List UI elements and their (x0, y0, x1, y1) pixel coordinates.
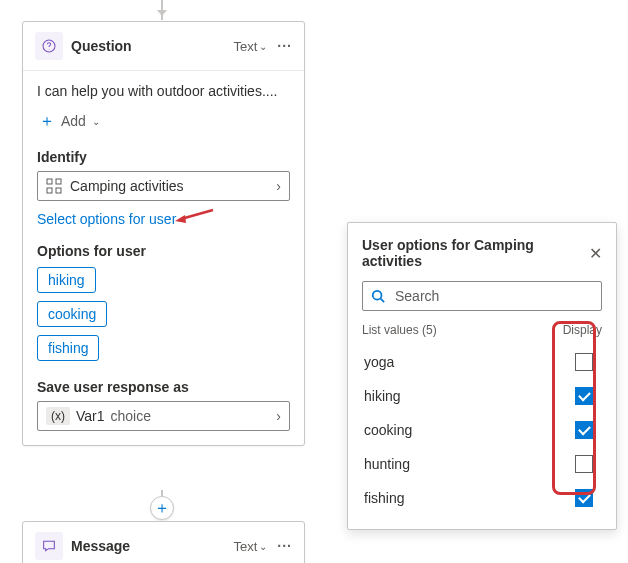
question-body: I can help you with outdoor activities..… (23, 71, 304, 445)
entity-icon (46, 178, 62, 194)
message-icon (35, 532, 63, 560)
more-menu[interactable]: ··· (277, 38, 292, 54)
list-item: hunting (362, 447, 602, 481)
question-card-header: Question Text ⌄ ··· (23, 22, 304, 71)
variable-type: choice (111, 408, 151, 424)
message-type-label: Text (233, 539, 257, 554)
identify-section-label: Identify (37, 149, 290, 165)
svg-rect-2 (47, 179, 52, 184)
option-chip[interactable]: fishing (37, 335, 99, 361)
message-type-dropdown[interactable]: Text ⌄ (233, 539, 267, 554)
chevron-right-icon: › (276, 178, 281, 194)
option-chips: hiking cooking fishing (37, 267, 290, 361)
list-header: List values (5) Display (362, 323, 602, 337)
identify-value: Camping activities (70, 178, 276, 194)
display-checkbox[interactable] (575, 489, 593, 507)
list-item: cooking (362, 413, 602, 447)
add-label: Add (61, 113, 86, 129)
display-checkbox[interactable] (575, 421, 593, 439)
list-item: hiking (362, 379, 602, 413)
display-checkbox[interactable] (575, 387, 593, 405)
search-input-wrapper[interactable] (362, 281, 602, 311)
question-icon (35, 32, 63, 60)
plus-icon: ＋ (39, 113, 55, 129)
list-item: yoga (362, 345, 602, 379)
close-button[interactable]: ✕ (589, 244, 602, 263)
chevron-down-icon: ⌄ (259, 41, 267, 52)
display-checkbox[interactable] (575, 455, 593, 473)
question-type-label: Text (233, 39, 257, 54)
question-type-dropdown[interactable]: Text ⌄ (233, 39, 267, 54)
chevron-right-icon: › (276, 408, 281, 424)
list-item-label: yoga (364, 354, 575, 370)
list-item: fishing (362, 481, 602, 515)
panel-header: User options for Camping activities ✕ (362, 237, 602, 269)
select-options-link[interactable]: Select options for user (37, 211, 290, 227)
variable-icon: (x) (46, 407, 70, 425)
variable-name: Var1 (76, 408, 105, 424)
svg-rect-4 (47, 188, 52, 193)
save-response-label: Save user response as (37, 379, 290, 395)
svg-point-1 (49, 49, 50, 50)
more-menu[interactable]: ··· (277, 538, 292, 554)
chevron-down-icon: ⌄ (92, 116, 100, 127)
display-checkbox[interactable] (575, 353, 593, 371)
list-item-label: fishing (364, 490, 575, 506)
question-description: I can help you with outdoor activities..… (37, 83, 290, 99)
identify-select[interactable]: Camping activities › (37, 171, 290, 201)
add-node-button[interactable]: ＋ (150, 496, 174, 520)
question-card: Question Text ⌄ ··· I can help you with … (22, 21, 305, 446)
chevron-down-icon: ⌄ (259, 541, 267, 552)
options-section-label: Options for user (37, 243, 290, 259)
svg-point-8 (373, 291, 382, 300)
list-count: List values (5) (362, 323, 563, 337)
message-title: Message (71, 538, 233, 554)
search-input[interactable] (393, 287, 593, 305)
question-title: Question (71, 38, 233, 54)
user-options-panel: User options for Camping activities ✕ Li… (347, 222, 617, 530)
display-header: Display (563, 323, 602, 337)
svg-line-9 (381, 299, 385, 303)
svg-rect-3 (56, 179, 61, 184)
add-button[interactable]: ＋ Add ⌄ (37, 109, 102, 133)
svg-rect-5 (56, 188, 61, 193)
message-card: Message Text ⌄ ··· (22, 521, 305, 563)
option-chip[interactable]: cooking (37, 301, 107, 327)
option-chip[interactable]: hiking (37, 267, 96, 293)
variable-select[interactable]: (x) Var1 choice › (37, 401, 290, 431)
list-item-label: cooking (364, 422, 575, 438)
connector-top (161, 0, 163, 20)
list-item-label: hunting (364, 456, 575, 472)
panel-title: User options for Camping activities (362, 237, 589, 269)
options-list: yoga hiking cooking hunting fishing (362, 345, 602, 515)
message-card-header: Message Text ⌄ ··· (23, 522, 304, 563)
list-item-label: hiking (364, 388, 575, 404)
search-icon (371, 289, 385, 303)
